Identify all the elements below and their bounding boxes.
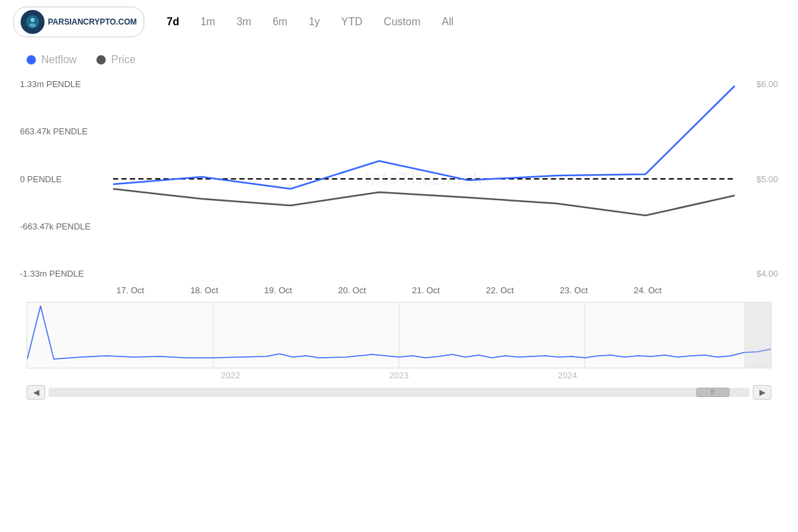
scroll-thumb[interactable]: ⠿ [696,388,730,397]
mini-x-2023: 2023 [390,370,409,380]
x-label-0: 17. Oct [116,285,144,295]
time-filter-bar: 7d 1m 3m 6m 1y YTD Custom All [158,12,463,32]
scroll-right-btn[interactable]: ▶ [753,385,771,400]
filter-custom[interactable]: Custom [374,12,430,32]
scrollbar-area: ◀ ⠿ ▶ [0,382,798,402]
x-label-4: 21. Oct [412,285,440,295]
y-price-top: $6.00 [738,79,778,89]
mini-chart [27,302,771,368]
x-label-7: 24. Oct [634,285,662,295]
y-label-top: 1.33m PENDLE [20,79,113,89]
logo-container: PARSIANCRYPTO.COM [13,7,144,37]
y-axis-left: 1.33m PENDLE 663.47k PENDLE 0 PENDLE -66… [20,76,113,282]
x-label-3: 20. Oct [338,285,366,295]
logo-text: PARSIANCRYPTO.COM [48,17,137,27]
y-label-bottom: -1.33m PENDLE [20,269,113,279]
x-label-6: 23. Oct [560,285,588,295]
mini-x-labels: 2022 2023 2024 [27,368,771,382]
y-price-mid: $5.00 [738,174,778,184]
svg-point-2 [29,23,36,27]
main-chart-wrapper: 1.33m PENDLE 663.47k PENDLE 0 PENDLE -66… [20,76,778,282]
svg-rect-7 [744,303,771,368]
x-label-1: 18. Oct [190,285,218,295]
header: PARSIANCRYPTO.COM 7d 1m 3m 6m 1y YTD Cus… [0,0,798,44]
filter-3m[interactable]: 3m [227,12,261,32]
scroll-grip-icon: ⠿ [710,389,716,396]
price-label: Price [111,54,135,66]
logo-icon [21,10,45,34]
x-label-2: 19. Oct [264,285,292,295]
y-axis-right: $6.00 $5.00 $4.00 [738,76,778,282]
price-dot [96,55,106,65]
mini-x-2024: 2024 [558,370,577,380]
filter-all[interactable]: All [432,12,463,32]
netflow-label: Netflow [41,54,76,66]
legend-netflow: Netflow [27,54,76,66]
x-label-5: 22. Oct [486,285,514,295]
x-axis-labels: 17. Oct 18. Oct 19. Oct 20. Oct 21. Oct … [116,285,662,295]
filter-ytd[interactable]: YTD [332,12,372,32]
y-label-mid-lower: -663.47k PENDLE [20,221,113,231]
mini-x-2022: 2022 [221,370,240,380]
svg-point-1 [31,18,35,22]
scroll-left-btn[interactable]: ◀ [27,385,45,400]
filter-1m[interactable]: 1m [191,12,224,32]
y-label-zero: 0 PENDLE [20,174,113,184]
filter-1y[interactable]: 1y [299,12,329,32]
filter-7d[interactable]: 7d [158,12,189,32]
legend-price: Price [96,54,135,66]
scroll-track: ⠿ [49,388,749,397]
netflow-dot [27,55,36,65]
filter-6m[interactable]: 6m [263,12,297,32]
chart-legend: Netflow Price [0,44,798,76]
mini-chart-svg [27,303,771,368]
y-label-mid-upper: 663.47k PENDLE [20,126,113,136]
main-chart-svg [113,76,735,282]
y-price-bottom: $4.00 [738,269,778,279]
chart-svg-wrapper: IntoTheBlock [113,76,735,282]
